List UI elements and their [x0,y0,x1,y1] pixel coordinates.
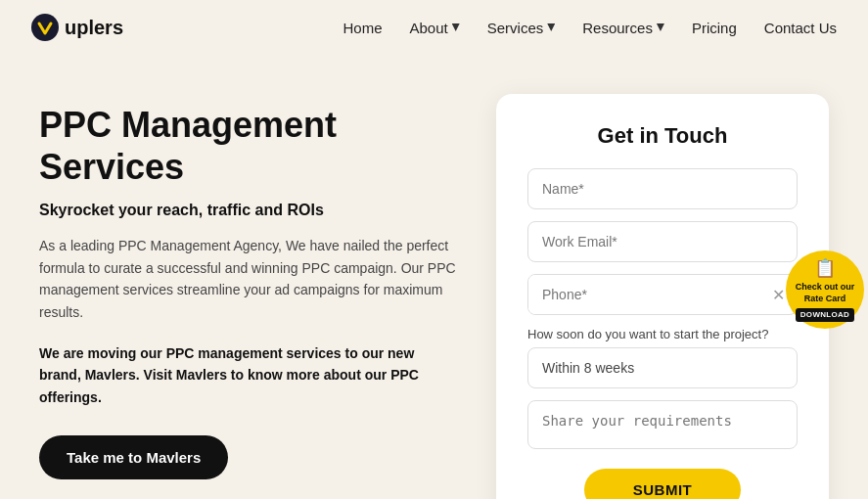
name-field-group [527,168,798,209]
svg-point-0 [31,14,59,41]
logo[interactable]: uplers [31,14,123,41]
page-title: PPC Management Services [39,104,457,188]
nav-pricing[interactable]: Pricing [692,20,737,36]
hero-highlight: We are moving our PPC management service… [39,342,457,408]
about-dropdown-icon [452,23,460,31]
project-start-group: How soon do you want to start the projec… [527,327,798,388]
email-input[interactable] [527,221,798,262]
form-wrapper: Get in Touch ✕ How soon do you want to s… [496,94,829,499]
nav-contact[interactable]: Contact Us [764,20,837,36]
name-input[interactable] [527,168,798,209]
rate-card-badge[interactable]: 📋 Check out our Rate Card DOWNLOAD [786,250,864,329]
cta-button[interactable]: Take me to Mavlers [39,435,228,479]
resources-dropdown-icon [657,23,664,31]
hero-subtitle: Skyrocket your reach, traffic and ROIs [39,202,457,219]
phone-field-group: ✕ [527,274,798,315]
main-content: PPC Management Services Skyrocket your r… [0,55,868,499]
requirements-input[interactable] [527,400,798,449]
nav-home[interactable]: Home [343,20,382,36]
main-nav: Home About Services Resources Pricing Co… [343,20,837,36]
email-field-group [527,221,798,262]
header: uplers Home About Services Resources Pri… [0,0,868,55]
hero-description: As a leading PPC Management Agency, We h… [39,235,457,323]
rate-card-icon: 📋 [814,257,836,280]
form-title: Get in Touch [527,123,798,149]
nav-services[interactable]: Services [487,20,556,36]
project-start-label: How soon do you want to start the projec… [527,327,798,341]
rate-card-check-out: Check out our [796,282,855,294]
logo-icon [31,14,59,41]
contact-form-card: Get in Touch ✕ How soon do you want to s… [496,94,829,499]
submit-button[interactable]: SUBMIT [584,469,741,499]
rate-card-title: Rate Card [804,294,846,305]
logo-text: uplers [65,17,123,39]
phone-row: ✕ [527,274,798,315]
requirements-field-group [527,400,798,453]
nav-about[interactable]: About [410,20,460,36]
services-dropdown-icon [547,23,555,31]
phone-input[interactable] [528,275,760,314]
rate-card-download-label: DOWNLOAD [796,308,854,322]
project-start-select[interactable]: Within 8 weeks [527,347,798,388]
hero-section: PPC Management Services Skyrocket your r… [39,94,457,479]
nav-resources[interactable]: Resources [582,20,664,36]
